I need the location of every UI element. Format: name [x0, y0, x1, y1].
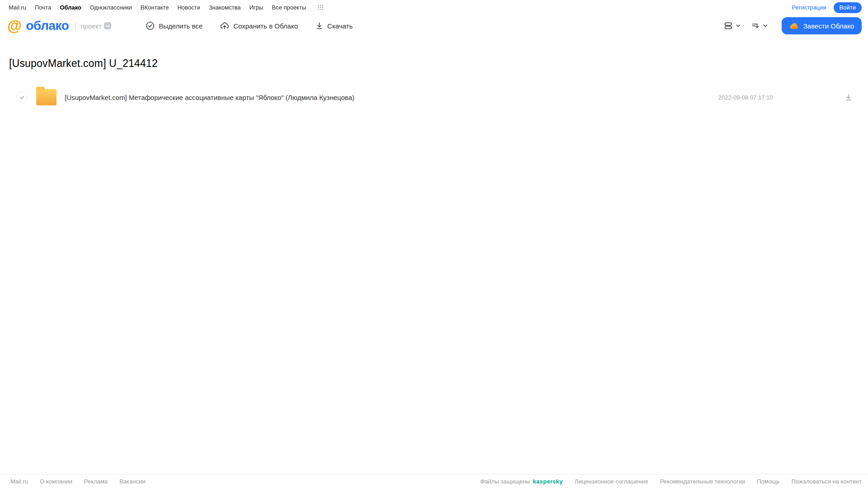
nav-mailru[interactable]: Mail.ru	[9, 4, 26, 11]
nav-igry[interactable]: Игры	[249, 4, 263, 11]
nav-vse-proekty[interactable]: Все проекты	[272, 4, 306, 11]
mailru-at-icon: @	[7, 18, 22, 33]
vk-badge-icon: vk	[104, 22, 111, 29]
footer-about[interactable]: О компании	[40, 478, 72, 485]
footer-ads[interactable]: Реклама	[84, 478, 108, 485]
nav-vkontakte[interactable]: ВКонтакте	[141, 4, 169, 11]
footer-report-content[interactable]: Пожаловаться на контент	[792, 478, 862, 485]
portal-auth: Регистрация Войти	[792, 2, 862, 13]
portal-nav: Mail.ru Почта Облако Одноклассники ВКонт…	[0, 0, 868, 15]
login-button[interactable]: Войти	[834, 2, 862, 13]
row-download-button[interactable]	[844, 93, 853, 102]
file-name[interactable]: [UsupovMarket.com] Метафорические ассоци…	[65, 94, 354, 101]
file-row[interactable]: [UsupovMarket.com] Метафорические ассоци…	[0, 87, 868, 108]
logo-divider: |	[75, 22, 76, 30]
nav-pochta[interactable]: Почта	[35, 4, 51, 11]
footer-recommend-tech[interactable]: Рекомендательные технологии	[660, 478, 745, 485]
toolbar-right: Завести Облако	[724, 17, 862, 34]
cloud-logo[interactable]: @ облако | проект vk	[7, 19, 111, 33]
download-icon	[315, 21, 323, 30]
toolbar: @ облако | проект vk Выделить все	[0, 15, 868, 37]
download-button[interactable]: Скачать	[315, 21, 353, 30]
cloud-icon	[789, 22, 799, 29]
check-circle-icon	[146, 21, 155, 30]
cloud-public-page: Mail.ru Почта Облако Одноклассники ВКонт…	[0, 0, 868, 488]
save-to-cloud-button[interactable]: Сохранить в Облако	[220, 21, 298, 30]
footer-right-links: Файлы защищены kaspersky Лицензионное со…	[480, 478, 862, 485]
footer-help[interactable]: Помощь	[757, 478, 779, 485]
row-checkbox[interactable]	[16, 92, 27, 103]
sort-toggle[interactable]	[751, 21, 768, 30]
nav-novosti[interactable]: Новости	[177, 4, 200, 11]
registration-link[interactable]: Регистрация	[792, 4, 826, 11]
footer-license[interactable]: Лицензионное соглашение	[574, 478, 648, 485]
select-all-button[interactable]: Выделить все	[146, 21, 203, 30]
chevron-down-icon	[763, 23, 768, 28]
list-view-icon	[724, 21, 733, 30]
sort-icon	[751, 21, 760, 30]
nav-odnoklassniki[interactable]: Одноклассники	[90, 4, 132, 11]
logo-wordmark: облако	[26, 19, 69, 32]
apps-grid-icon[interactable]	[318, 5, 323, 10]
create-cloud-button[interactable]: Завести Облако	[782, 17, 862, 34]
kaspersky-logo[interactable]: kaspersky	[533, 478, 563, 485]
footer-mailru[interactable]: Mail.ru	[10, 478, 28, 485]
nav-znakomstva[interactable]: Знакомства	[209, 4, 241, 11]
page-title: [UsupovMarket.com] U_214412	[9, 57, 868, 70]
nav-oblako[interactable]: Облако	[60, 4, 81, 11]
folder-icon	[36, 89, 57, 105]
footer: Mail.ru О компании Реклама Вакансии Файл…	[0, 474, 868, 488]
footer-jobs[interactable]: Вакансии	[119, 478, 145, 485]
toolbar-actions: Выделить все Сохранить в Облако	[146, 21, 353, 30]
file-date: 2022-09-08 07:17:10	[718, 94, 844, 101]
kaspersky-protected: Файлы защищены kaspersky	[480, 478, 563, 485]
logo-project-label: проект vk	[81, 22, 111, 30]
portal-links: Mail.ru Почта Облако Одноклассники ВКонт…	[9, 4, 323, 11]
footer-left-links: Mail.ru О компании Реклама Вакансии	[10, 478, 145, 485]
view-mode-toggle[interactable]	[724, 21, 741, 30]
cloud-upload-icon	[220, 21, 229, 30]
chevron-down-icon	[735, 23, 741, 28]
